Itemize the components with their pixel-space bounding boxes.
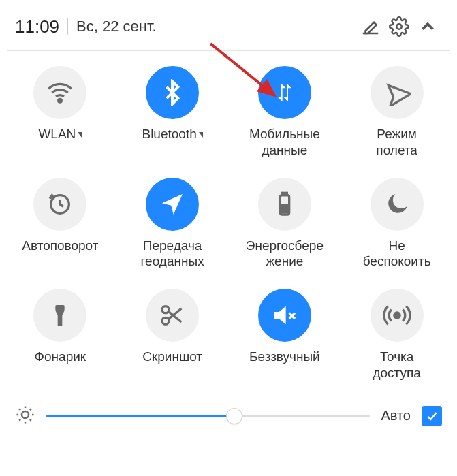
brightness-row: Авто — [0, 404, 457, 428]
expand-icon — [78, 132, 82, 138]
tile-label: WLAN — [38, 126, 82, 142]
brightness-fill — [46, 415, 234, 417]
auto-brightness-label: Авто — [381, 408, 411, 424]
tile-autorotate[interactable]: Автоповорот — [4, 178, 116, 270]
brightness-icon — [15, 404, 35, 428]
wifi-icon[interactable] — [33, 66, 86, 119]
brightness-thumb[interactable] — [226, 408, 242, 424]
svg-line-20 — [30, 419, 31, 420]
expand-icon — [199, 132, 203, 138]
date-label: Вс, 22 сент. — [76, 18, 157, 35]
mute-icon[interactable] — [258, 289, 311, 342]
tile-label: Bluetooth — [142, 126, 202, 142]
battery-icon[interactable] — [258, 178, 311, 231]
moon-icon[interactable] — [371, 178, 424, 231]
tile-airplane[interactable]: Режим полета — [341, 66, 453, 159]
tile-label: Не беспокоить — [363, 238, 431, 270]
tile-flashlight[interactable]: Фонарик — [4, 289, 116, 381]
tile-bluetooth[interactable]: Bluetooth — [116, 66, 229, 159]
bluetooth-icon[interactable] — [146, 66, 199, 119]
quick-settings-grid: WLAN Bluetooth Мобильные данные Режим по… — [0, 51, 457, 381]
svg-point-14 — [22, 411, 29, 418]
tile-label: Скриншот — [142, 349, 202, 365]
svg-point-1 — [59, 99, 62, 102]
tile-label: Энергосбере жение — [246, 238, 324, 270]
tile-wlan[interactable]: WLAN — [4, 66, 116, 159]
gear-icon[interactable] — [385, 12, 413, 41]
svg-line-21 — [19, 419, 20, 420]
svg-line-22 — [30, 409, 31, 410]
autorotate-icon[interactable] — [33, 178, 86, 231]
chevron-up-icon[interactable] — [413, 12, 442, 41]
tile-label: Беззвучный — [249, 349, 320, 365]
scissors-icon[interactable] — [146, 289, 199, 342]
tile-mute[interactable]: Беззвучный — [229, 289, 341, 381]
flashlight-icon[interactable] — [33, 289, 86, 342]
svg-rect-6 — [56, 305, 65, 311]
edit-icon[interactable] — [356, 12, 385, 41]
tile-mobile-data[interactable]: Мобильные данные — [229, 66, 341, 159]
auto-brightness-checkbox[interactable] — [422, 406, 442, 426]
statusbar-header: 11:09 Вс, 22 сент. — [0, 0, 457, 50]
clock-time: 11:09 — [15, 16, 59, 37]
svg-point-0 — [396, 24, 402, 29]
tile-hotspot[interactable]: Точка доступа — [341, 289, 453, 381]
tile-label: Автоповорот — [22, 238, 98, 254]
tile-label: Режим полета — [376, 126, 417, 159]
location-icon[interactable] — [146, 178, 199, 231]
separator — [67, 18, 68, 35]
airplane-icon[interactable] — [371, 66, 424, 119]
tile-label: Мобильные данные — [249, 126, 320, 159]
tile-screenshot[interactable]: Скриншот — [116, 289, 229, 381]
tile-location[interactable]: Передача геоданных — [116, 178, 229, 270]
tile-battery-saver[interactable]: Энергосбере жение — [229, 178, 341, 270]
svg-rect-4 — [283, 193, 287, 195]
tile-label: Точка доступа — [373, 349, 420, 381]
hotspot-icon[interactable] — [371, 289, 424, 342]
svg-line-19 — [19, 409, 20, 410]
mobile-data-icon[interactable] — [258, 66, 311, 119]
tile-dnd[interactable]: Не беспокоить — [341, 178, 453, 270]
svg-rect-5 — [282, 205, 287, 212]
brightness-slider[interactable] — [46, 415, 370, 417]
svg-point-13 — [394, 313, 399, 318]
tile-label: Фонарик — [35, 349, 86, 365]
tile-label: Передача геоданных — [141, 238, 204, 270]
